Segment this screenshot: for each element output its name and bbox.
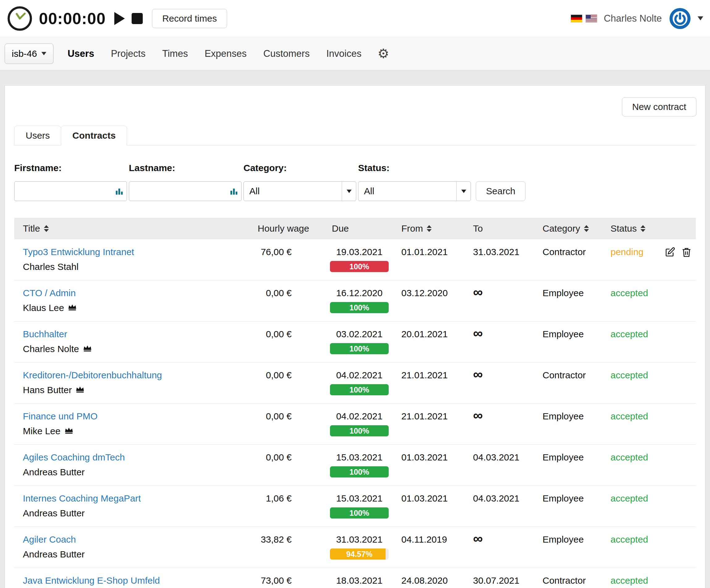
contract-row: Finance und PMO Mike Lee 0,00 € 04.02.20… <box>14 403 696 445</box>
due-progress: 100% <box>330 466 389 477</box>
contract-title-link[interactable]: Typo3 Entwicklung Intranet <box>23 247 134 257</box>
hourly-wage: 0,00 € <box>258 288 292 298</box>
category-select[interactable]: All <box>243 181 356 201</box>
status-text: accepted <box>602 288 661 298</box>
sort-icon <box>427 225 432 232</box>
hourly-wage: 73,00 € <box>258 575 292 586</box>
column-header-status[interactable]: Status <box>602 223 661 234</box>
delete-icon[interactable] <box>681 247 692 258</box>
edit-icon[interactable] <box>664 247 676 258</box>
contract-row: CTO / Admin Klaus Lee 0,00 € 16.12.2020 … <box>14 280 696 321</box>
user-name: Charles Nolte <box>604 13 662 24</box>
nav-item-users[interactable]: Users <box>68 48 94 59</box>
lastname-input[interactable] <box>129 181 241 201</box>
contract-category: Employee <box>534 288 602 298</box>
contract-to: 30.07.2021 <box>473 575 519 586</box>
stop-button[interactable] <box>132 13 143 24</box>
nav-item-projects[interactable]: Projects <box>111 48 145 59</box>
contract-person: Klaus Lee <box>23 303 64 313</box>
status-select[interactable]: All <box>358 181 471 201</box>
topbar: 00:00:00 Record times Charles Nolte <box>0 0 710 37</box>
due-progress-label: 100% <box>350 468 369 476</box>
column-header-category[interactable]: Category <box>534 223 602 234</box>
contract-from: 21.01.2021 <box>393 411 464 421</box>
tab-bar: UsersContracts <box>14 126 696 145</box>
due-date: 15.03.2021 <box>330 452 389 463</box>
new-contract-button[interactable]: New contract <box>622 97 696 117</box>
table-body: Typo3 Entwicklung Intranet Charles Stahl… <box>14 239 696 588</box>
filter-status: Status: All <box>358 163 471 201</box>
record-times-button[interactable]: Record times <box>152 9 227 28</box>
due-progress: 100% <box>330 302 389 313</box>
contract-to: 31.03.2021 <box>473 247 519 257</box>
due-progress: 100% <box>330 425 389 436</box>
contract-row: Buchhalter Charles Nolte 0,00 € 03.02.20… <box>14 321 696 363</box>
status-select-value: All <box>364 186 374 196</box>
select-arrow-icon <box>456 181 471 201</box>
status-text: accepted <box>602 370 661 381</box>
status-text: accepted <box>602 534 661 545</box>
due-progress: 100% <box>330 507 389 518</box>
crown-icon <box>68 303 77 313</box>
status-label: Status: <box>358 163 471 173</box>
due-date: 15.03.2021 <box>330 493 389 504</box>
german-flag-icon[interactable] <box>571 15 582 22</box>
contract-category: Employee <box>534 452 602 463</box>
nav-item-times[interactable]: Times <box>162 48 188 59</box>
tab-contracts[interactable]: Contracts <box>61 126 127 145</box>
user-menu-caret-icon[interactable] <box>697 16 703 20</box>
contract-person: Andreas Butter <box>23 508 85 518</box>
contract-person: Andreas Butter <box>23 549 85 560</box>
column-header-title[interactable]: Title <box>14 223 249 234</box>
category-select-value: All <box>249 186 260 196</box>
contract-category: Contractor <box>534 575 602 586</box>
contract-title-link[interactable]: Agiles Coaching dmTech <box>23 452 125 463</box>
autofill-icon[interactable] <box>230 187 238 195</box>
workspace-selector[interactable]: isb-46 <box>5 44 53 64</box>
contract-title-link[interactable]: Internes Coaching MegaPart <box>23 493 141 504</box>
us-flag-icon[interactable] <box>586 15 597 22</box>
sort-icon <box>584 225 589 232</box>
firstname-input[interactable] <box>15 181 127 201</box>
contract-row: Agiles Coaching dmTech Andreas Butter 0,… <box>14 445 696 486</box>
contract-category: Employee <box>534 411 602 421</box>
firstname-label: Firstname: <box>14 163 127 173</box>
nav-item-invoices[interactable]: Invoices <box>326 48 361 59</box>
column-header-due: Due <box>323 223 393 234</box>
due-date: 04.02.2021 <box>330 370 389 381</box>
contract-title-link[interactable]: Finance und PMO <box>23 411 98 421</box>
tab-users[interactable]: Users <box>14 126 61 145</box>
topbar-user-area: Charles Nolte <box>571 7 703 30</box>
contract-from: 03.12.2020 <box>393 288 464 298</box>
contract-person: Mike Lee <box>23 426 61 436</box>
column-header-from[interactable]: From <box>393 223 464 234</box>
contract-from: 24.08.2020 <box>393 575 464 586</box>
due-progress: 94.57% <box>330 548 389 560</box>
nav-item-customers[interactable]: Customers <box>263 48 310 59</box>
status-text: accepted <box>602 329 661 339</box>
due-progress-label: 100% <box>350 386 369 394</box>
select-arrow-icon <box>342 181 356 201</box>
contract-from: 01.03.2021 <box>393 452 464 463</box>
due-date: 03.02.2021 <box>330 329 389 339</box>
filter-lastname: Lastname: <box>129 163 242 201</box>
sort-icon <box>44 225 49 232</box>
settings-gear-icon[interactable]: ⚙ <box>378 47 389 60</box>
contract-title-link[interactable]: Buchhalter <box>23 329 67 339</box>
infinity-icon: ∞ <box>473 370 482 378</box>
nav-item-expenses[interactable]: Expenses <box>205 48 246 59</box>
contract-category: Contractor <box>534 247 602 257</box>
autofill-icon[interactable] <box>115 187 124 195</box>
contract-title-link[interactable]: Kreditoren-/Debitorenbuchhaltung <box>23 370 162 381</box>
due-progress-label: 100% <box>350 426 369 435</box>
search-button[interactable]: Search <box>476 181 525 201</box>
logout-power-icon[interactable] <box>669 7 691 30</box>
contract-title-link[interactable]: Java Entwicklung E-Shop Umfeld <box>23 575 160 586</box>
due-date: 19.03.2021 <box>330 247 389 257</box>
contract-title-link[interactable]: CTO / Admin <box>23 288 76 298</box>
contract-title-link[interactable]: Agiler Coach <box>23 534 76 545</box>
play-button[interactable] <box>114 12 125 25</box>
due-progress-label: 100% <box>350 344 369 353</box>
contract-row: Typo3 Entwicklung Intranet Charles Stahl… <box>14 239 696 280</box>
contract-category: Contractor <box>534 370 602 381</box>
